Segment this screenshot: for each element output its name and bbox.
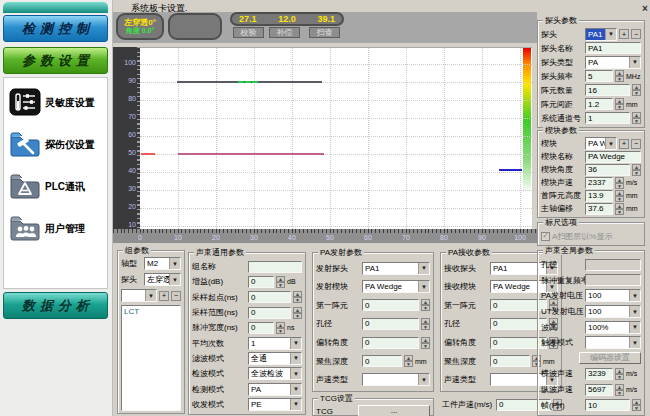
- beam_global-spinner-9[interactable]: ▲▼: [632, 399, 641, 411]
- remove-button[interactable]: −: [171, 291, 181, 301]
- add-button[interactable]: +: [619, 29, 629, 39]
- group-listbox[interactable]: LCT: [121, 305, 181, 411]
- remove-button[interactable]: −: [631, 29, 641, 39]
- beam_global-button-6[interactable]: 编码器设置: [579, 352, 641, 364]
- spin-down-icon[interactable]: ▼: [615, 196, 624, 202]
- wedge-field-5[interactable]: 37.6: [585, 203, 613, 215]
- scan-button[interactable]: 扫查: [309, 27, 340, 38]
- beam_global-spinner-8[interactable]: ▲▼: [615, 384, 624, 396]
- chevron-down-icon[interactable]: ▼: [145, 290, 156, 301]
- spin-down-icon[interactable]: ▼: [293, 313, 302, 319]
- wedge-spinner-2[interactable]: ▲▼: [632, 164, 641, 176]
- beam_common-combo-6[interactable]: 全通▼: [248, 352, 302, 365]
- beam_common-spinner-4[interactable]: ▲▼: [276, 322, 285, 334]
- chevron-down-icon[interactable]: ▼: [629, 57, 640, 68]
- list-item[interactable]: LCT: [124, 307, 178, 316]
- pa_transmit-combo-0[interactable]: PA1▼: [362, 262, 430, 275]
- probe-spinner-3[interactable]: ▲▼: [615, 70, 624, 82]
- chevron-down-icon[interactable]: ▼: [169, 274, 180, 285]
- beam_global-combo-5[interactable]: ▼: [585, 336, 641, 349]
- gate-c-line[interactable]: [499, 169, 522, 171]
- spin-down-icon[interactable]: ▼: [632, 118, 641, 124]
- beam_common-field-2[interactable]: 0: [248, 291, 291, 303]
- sidebar-item-plc[interactable]: PLC通讯: [9, 167, 106, 207]
- chevron-down-icon[interactable]: ▼: [418, 374, 429, 385]
- beam_global-field-8[interactable]: 5697: [585, 384, 613, 396]
- spin-down-icon[interactable]: ▼: [421, 343, 430, 349]
- pa_transmit-field-4[interactable]: 0: [362, 337, 419, 349]
- pa_receive-field-5[interactable]: 0: [490, 355, 530, 367]
- spin-down-icon[interactable]: ▼: [615, 104, 624, 110]
- ascan-plot-area[interactable]: [140, 47, 532, 229]
- chevron-down-icon[interactable]: ▼: [418, 281, 429, 292]
- beam_common-field-1[interactable]: 0: [248, 276, 274, 288]
- spin-down-icon[interactable]: ▼: [632, 170, 641, 176]
- compensate-button[interactable]: 补偿: [269, 27, 300, 38]
- pa_transmit-spinner-5[interactable]: ▲▼: [404, 355, 413, 367]
- chevron-down-icon[interactable]: ▼: [290, 384, 301, 395]
- beam_global-field-0[interactable]: [585, 259, 641, 271]
- chevron-down-icon[interactable]: ▼: [290, 353, 301, 364]
- probe-field-3[interactable]: 5: [585, 70, 613, 82]
- sidebar-item-sensitivity[interactable]: 灵敏度设置: [9, 83, 106, 123]
- sidebar-item-flaw-detector[interactable]: 探伤仪设置: [9, 125, 106, 165]
- pa_transmit-spinner-3[interactable]: ▲▼: [421, 318, 430, 330]
- beam_common-field-0[interactable]: [248, 261, 302, 273]
- probe-field-4[interactable]: 16: [585, 84, 630, 96]
- probe-field-6[interactable]: 1: [585, 112, 630, 124]
- spin-down-icon[interactable]: ▼: [615, 390, 624, 396]
- beam_common-field-4[interactable]: 0: [248, 322, 274, 334]
- spin-down-icon[interactable]: ▼: [615, 374, 624, 380]
- spin-down-icon[interactable]: ▼: [632, 90, 641, 96]
- chevron-down-icon[interactable]: ▼: [290, 338, 301, 349]
- pa_transmit-spinner-4[interactable]: ▲▼: [421, 337, 430, 349]
- spin-down-icon[interactable]: ▼: [632, 405, 641, 411]
- beam_global-field-9[interactable]: 10: [585, 399, 630, 411]
- spin-down-icon[interactable]: ▼: [421, 305, 430, 311]
- chevron-down-icon[interactable]: ▼: [290, 368, 301, 379]
- probe-combo-0[interactable]: PA1▼: [585, 28, 617, 41]
- sidebar-item-users[interactable]: 用户管理: [9, 209, 106, 249]
- beam_common-field-3[interactable]: 0: [248, 307, 291, 319]
- wedge-field-1[interactable]: PA Wedge: [585, 151, 641, 163]
- beam_common-combo-7[interactable]: 全波检波▼: [248, 367, 302, 380]
- pa_transmit-field-3[interactable]: 0: [362, 318, 419, 330]
- beam_global-combo-4[interactable]: 100%▼: [585, 321, 641, 334]
- chevron-down-icon[interactable]: ▼: [290, 399, 301, 410]
- wedge-field-3[interactable]: 2337: [585, 177, 613, 189]
- wedge-field-2[interactable]: 36: [585, 164, 630, 176]
- wedge-field-4[interactable]: 13.9: [585, 190, 613, 202]
- pa_transmit-field-2[interactable]: 0: [362, 299, 419, 311]
- beam_global-spinner-7[interactable]: ▲▼: [615, 368, 624, 380]
- chevron-down-icon[interactable]: ▼: [629, 306, 640, 317]
- pa_transmit-field-5[interactable]: 0: [362, 355, 402, 367]
- gate-a-highlight[interactable]: [238, 81, 258, 83]
- beam_common-spinner-3[interactable]: ▲▼: [293, 307, 302, 319]
- remove-button[interactable]: −: [631, 139, 641, 149]
- chevron-down-icon[interactable]: ▼: [169, 258, 180, 269]
- add-button[interactable]: +: [159, 291, 169, 301]
- chevron-down-icon[interactable]: ▼: [418, 263, 429, 274]
- beam_common-spinner-2[interactable]: ▲▼: [293, 291, 302, 303]
- probe-spinner-6[interactable]: ▲▼: [632, 112, 641, 124]
- calibrate-button[interactable]: 校验: [233, 27, 264, 38]
- pa_transmit-combo-6[interactable]: ▼: [362, 373, 430, 386]
- beam_global-combo-3[interactable]: 100▼: [585, 305, 641, 318]
- spin-down-icon[interactable]: ▼: [615, 209, 624, 215]
- probe-combo-2[interactable]: PA▼: [585, 56, 641, 69]
- beam_global-field-7[interactable]: 3239: [585, 368, 613, 380]
- group_params-combo-1[interactable]: 左穿透0°▼: [144, 273, 181, 286]
- gate-b-left-segment[interactable]: [141, 153, 155, 155]
- data-analysis-button[interactable]: 数据分析: [3, 292, 108, 319]
- beam_global-field-1[interactable]: [585, 274, 641, 286]
- probe-field-1[interactable]: PA1: [585, 42, 641, 54]
- checkbox-checked-icon[interactable]: ✓: [541, 232, 550, 241]
- spin-down-icon[interactable]: ▼: [615, 76, 624, 82]
- parameter-settings-button[interactable]: 参数设置: [3, 47, 108, 74]
- spin-down-icon[interactable]: ▼: [615, 183, 624, 189]
- beam_common-combo-9[interactable]: PE▼: [248, 398, 302, 411]
- probe-field-5[interactable]: 1.2: [585, 98, 613, 110]
- beam_common-combo-8[interactable]: PA▼: [248, 383, 302, 396]
- beam-select-button[interactable]: 左穿透0° 角度 0.0°: [116, 13, 164, 40]
- add-button[interactable]: +: [619, 139, 629, 149]
